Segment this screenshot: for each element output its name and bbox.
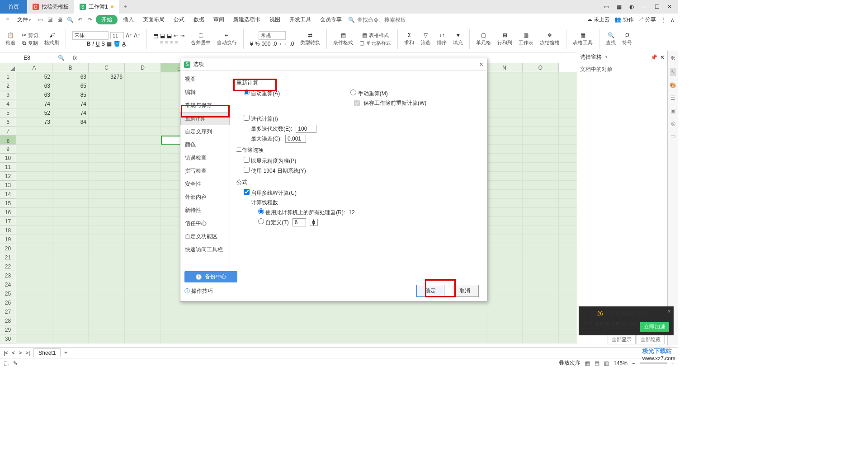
cell[interactable] xyxy=(125,316,161,325)
cell[interactable]: 84 xyxy=(52,118,89,127)
sheet-tab-1[interactable]: Sheet1 xyxy=(33,348,61,357)
tabletool-group[interactable]: ▦表格工具 xyxy=(571,32,594,46)
cell[interactable] xyxy=(125,127,161,136)
row-header[interactable]: 23 xyxy=(0,271,16,280)
use-all-cpu-radio[interactable]: 使用此计算机上的所有处理器(R): xyxy=(258,208,345,216)
cell[interactable] xyxy=(16,226,52,235)
user-icon[interactable]: ◐ xyxy=(627,4,636,10)
cell[interactable] xyxy=(486,271,523,280)
number-format-select[interactable]: 常规 xyxy=(259,31,286,40)
cell[interactable] xyxy=(16,208,52,217)
cell[interactable] xyxy=(197,325,486,334)
cell[interactable] xyxy=(523,136,559,145)
row-header[interactable]: 16 xyxy=(0,208,16,217)
sidebar-location-icon[interactable]: ◎ xyxy=(671,120,675,127)
cell[interactable] xyxy=(523,307,559,316)
zoom-value[interactable]: 145% xyxy=(613,360,627,367)
row-header[interactable]: 26 xyxy=(0,298,16,307)
qat-preview-icon[interactable]: 🔍 xyxy=(66,16,74,24)
cell[interactable] xyxy=(125,81,161,90)
cell[interactable] xyxy=(89,99,125,108)
status-mode-icon[interactable]: ⬚ xyxy=(4,360,9,367)
row-header[interactable]: 6 xyxy=(0,118,16,127)
row-header[interactable]: 19 xyxy=(0,235,16,244)
cell[interactable] xyxy=(52,253,89,262)
dialog-nav-item[interactable]: 编辑 xyxy=(180,86,230,99)
cell[interactable] xyxy=(16,217,52,226)
cell[interactable] xyxy=(523,145,559,154)
cell[interactable] xyxy=(523,172,559,181)
cell[interactable] xyxy=(523,81,559,90)
cell[interactable] xyxy=(89,172,125,181)
show-all-button[interactable]: 全部显示 xyxy=(608,335,636,344)
cell[interactable] xyxy=(486,235,523,244)
cell[interactable] xyxy=(89,334,125,343)
align-just-icon[interactable]: ≡ xyxy=(175,40,178,46)
sort-group[interactable]: ↓↑排序 xyxy=(435,32,448,46)
cell[interactable]: 73 xyxy=(16,118,52,127)
align-left-icon[interactable]: ≡ xyxy=(160,40,163,46)
row-header[interactable]: 12 xyxy=(0,172,16,181)
cell[interactable] xyxy=(523,280,559,289)
cell[interactable] xyxy=(125,298,161,307)
cell[interactable] xyxy=(52,208,89,217)
cell[interactable] xyxy=(16,172,52,181)
use-all-input[interactable] xyxy=(258,208,264,214)
cell[interactable] xyxy=(89,280,125,289)
cell[interactable] xyxy=(89,307,125,316)
cell[interactable] xyxy=(89,118,125,127)
cell-style-icon[interactable]: ▢ xyxy=(359,40,364,46)
row-header[interactable]: 2 xyxy=(0,81,16,90)
cell[interactable] xyxy=(486,154,523,163)
qat-print-icon[interactable]: 🖶 xyxy=(56,16,64,24)
custom-input[interactable] xyxy=(258,218,264,224)
cell[interactable] xyxy=(486,90,523,99)
cell[interactable]: 74 xyxy=(52,108,89,118)
tab-add[interactable]: + xyxy=(119,4,132,10)
cond-format[interactable]: ▤条件格式 xyxy=(331,32,355,46)
row-header[interactable]: 13 xyxy=(0,181,16,190)
qat-redo-icon[interactable]: ↷ xyxy=(86,16,94,24)
cell[interactable] xyxy=(125,181,161,190)
cell[interactable] xyxy=(486,325,523,334)
tab-workbook[interactable]: S工作簿1 xyxy=(74,0,119,14)
cell[interactable] xyxy=(52,145,89,154)
cell[interactable] xyxy=(52,154,89,163)
ok-button[interactable]: 确定 xyxy=(416,285,444,297)
backup-center-button[interactable]: 🕒备份中心 xyxy=(184,271,237,282)
cell[interactable] xyxy=(125,262,161,271)
cell[interactable] xyxy=(161,307,197,316)
cell[interactable] xyxy=(486,280,523,289)
cell[interactable] xyxy=(486,307,523,316)
cell[interactable] xyxy=(16,154,52,163)
row-header[interactable]: 10 xyxy=(0,154,16,163)
tab-templates[interactable]: D找稿壳模板 xyxy=(27,0,74,14)
cell[interactable] xyxy=(523,244,559,253)
cell[interactable] xyxy=(125,307,161,316)
cell[interactable]: 52 xyxy=(16,72,52,81)
cell[interactable] xyxy=(161,325,197,334)
cell[interactable] xyxy=(486,190,523,199)
cell[interactable] xyxy=(523,108,559,118)
cell[interactable] xyxy=(52,325,89,334)
cell[interactable] xyxy=(16,316,52,325)
sheet-last-icon[interactable]: >| xyxy=(25,350,30,356)
align-mid-icon[interactable]: ⬓ xyxy=(160,33,165,39)
row-header[interactable]: 20 xyxy=(0,244,16,253)
cell[interactable] xyxy=(125,235,161,244)
sidebar-style-icon[interactable]: 🎨 xyxy=(670,82,676,89)
view-page-icon[interactable]: ▤ xyxy=(594,360,599,367)
qat-open-icon[interactable]: ▭ xyxy=(36,16,44,24)
cell[interactable] xyxy=(486,262,523,271)
fill-color-icon[interactable]: 🪣 xyxy=(113,41,120,47)
cell[interactable] xyxy=(89,208,125,217)
cell[interactable] xyxy=(125,118,161,127)
cell[interactable] xyxy=(486,334,523,343)
cell[interactable] xyxy=(125,99,161,108)
dialog-nav-item[interactable]: 拼写检查 xyxy=(180,164,230,178)
cell[interactable] xyxy=(125,136,161,145)
percent-icon[interactable]: % xyxy=(255,41,260,47)
tips-link[interactable]: ⓘ 操作技巧 xyxy=(184,287,213,295)
multithread-input[interactable] xyxy=(244,189,250,195)
cell[interactable] xyxy=(486,145,523,154)
